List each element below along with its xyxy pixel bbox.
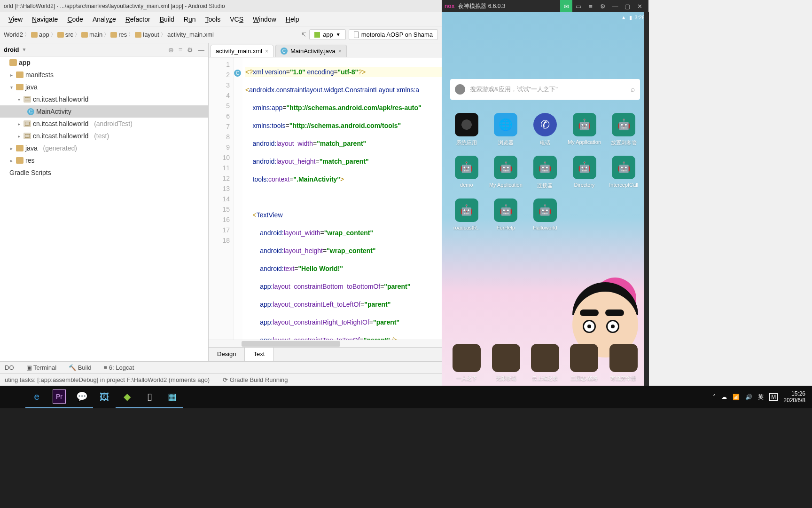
collapse-icon[interactable]: — [198,46,204,54]
dock-app[interactable]: 三国志·战略 [570,344,598,382]
system-tray[interactable]: ˄ ☁ 📶 🔊 英 M 15:262020/6/8 [713,390,809,404]
tray-clock[interactable]: 15:262020/6/8 [783,390,805,404]
menu-view[interactable]: View [4,16,27,23]
editor-tab-activity-main[interactable]: activity_main.xml× [211,45,273,57]
close-icon[interactable]: × [265,48,268,55]
device-selector[interactable]: motorola AOSP on Shama [349,29,438,40]
minimize-icon[interactable]: — [609,0,621,12]
line-gutter[interactable]: 123456789101112131415161718 [209,57,234,340]
tree-node-class-mainactivity[interactable]: CMainActivity [0,105,208,118]
taskbar-app-document[interactable]: ▯ [138,386,161,408]
app-shortcut[interactable]: 🌐浏览器 [488,113,524,146]
menu-help[interactable]: Help [281,16,304,23]
target-icon[interactable]: ⊕ [168,46,174,54]
todo-tool-button[interactable]: DO [5,364,14,371]
tree-node-package[interactable]: ▸cn.itcast.halloworld (test) [0,130,208,142]
menu-vcs[interactable]: VCS [225,16,248,23]
dock-app[interactable]: 无限歌谣 [492,344,520,382]
logcat-tool-button[interactable]: ≡ 6: Logcat [104,364,134,371]
tree-node-package[interactable]: ▾cn.itcast.halloworld [0,93,208,105]
home-search-bar[interactable]: 搜索游戏&应用，试试"一人之下" ⌕ [450,79,640,100]
close-icon[interactable]: ✕ [633,0,646,12]
emulator-sidebar[interactable] [644,12,649,386]
tree-node-manifests[interactable]: ▸manifests [0,69,208,81]
taskbar-app-nox[interactable]: ▦ [161,386,183,408]
taskbar-app-wechat[interactable]: 💬 [70,386,93,408]
gear-icon[interactable]: ⚙ [597,0,609,12]
design-tab[interactable]: Design [209,348,245,361]
dock-app[interactable]: 寄流芳华册 [609,344,638,382]
build-hammer-icon[interactable]: ↸ [301,31,306,38]
app-shortcut[interactable]: 放置刺客管 [605,113,642,146]
app-shortcut[interactable]: ForHelp [488,198,524,230]
tree-node-java[interactable]: ▾java [0,81,208,93]
app-shortcut[interactable]: My Application [488,156,524,189]
app-shortcut[interactable]: InterceptCall [605,156,642,189]
menu-run[interactable]: Run [179,16,201,23]
menu-analyze[interactable]: Analyze [88,16,121,23]
gear-icon[interactable]: ⚙ [187,46,193,54]
offscreen-area [0,408,812,508]
scrollbar-thumb[interactable] [242,341,340,347]
emulator-titlebar[interactable]: nox 夜神模拟器 6.6.0.3 ✉ ▭ ≡ ⚙ — ▢ ✕ [442,0,648,12]
chevron-down-icon[interactable]: ▼ [22,47,27,52]
taskbar-app-edge[interactable]: e [25,386,48,408]
menu-build[interactable]: Build [155,16,179,23]
dock-app[interactable]: 一人之下 [453,344,481,382]
tree-node-package[interactable]: ▸cn.itcast.halloworld (androidTest) [0,118,208,130]
multi-instance-icon[interactable]: ▭ [572,0,585,12]
code-area[interactable]: <?xml version="1.0" encoding="utf-8"?> <… [242,57,442,340]
filter-icon[interactable]: ≡ [179,46,182,54]
tray-cloud-icon[interactable]: ☁ [721,394,727,400]
fold-column[interactable]: C [234,57,242,340]
terminal-tool-button[interactable]: ▣ Terminal [26,364,57,371]
ide-titlebar[interactable]: orld [F:\HalloWorld2] - ...\app\src\main… [0,0,442,12]
app-shortcut[interactable]: My Application [566,113,603,146]
search-icon[interactable]: ⌕ [631,85,635,94]
class-gutter-icon[interactable]: C [234,70,241,77]
tray-input-icon[interactable]: M [769,393,778,401]
code-editor[interactable]: 123456789101112131415161718 C <?xml vers… [209,57,442,340]
editor-tabs: activity_main.xml× CMainActivity.java× [209,43,442,57]
cortana-button[interactable] [3,386,25,408]
tray-volume-icon[interactable]: 🔊 [745,394,752,400]
taskbar-app-photos[interactable]: 🖼 [93,386,116,408]
editor-tab-mainactivity[interactable]: CMainActivity.java× [275,45,347,57]
app-shortcut[interactable]: Halloworld [527,198,563,230]
menu-window[interactable]: Window [248,16,281,23]
run-config-selector[interactable]: app ▼ [309,29,346,40]
close-icon[interactable]: × [338,48,342,55]
menu-code[interactable]: Code [62,16,87,23]
app-shortcut[interactable]: ✆电话 [527,113,563,146]
app-shortcut[interactable]: 系统应用 [448,113,485,146]
ide-menubar: View Navigate Code Analyze Refactor Buil… [0,12,442,26]
tree-node-java-gen[interactable]: ▸java (generated) [0,142,208,154]
tree-node-app[interactable]: app [0,56,208,69]
maximize-icon[interactable]: ▢ [621,0,633,12]
tray-wifi-icon[interactable]: 📶 [733,394,740,400]
taskbar-app-premiere[interactable]: Pr [48,386,70,408]
project-tool-window: droid ▼ ⊕ ≡ ⚙ — app ▸manifests ▾java ▾cn… [0,43,209,361]
taskbar-app-android-studio[interactable]: ◆ [116,386,138,408]
emulator-screen[interactable]: ▲ ▮ 3:26 搜索游戏&应用，试试"一人之下" ⌕ 系统应用 🌐浏览器 ✆电… [442,12,648,386]
menu-icon[interactable]: ≡ [585,0,597,12]
breadcrumb[interactable]: World2〉 app〉 src〉 main〉 res〉 layout〉 act… [4,31,214,38]
menu-navigate[interactable]: Navigate [27,16,62,23]
tray-ime-indicator[interactable]: 英 [758,393,764,401]
editor-hscrollbar[interactable] [209,340,442,347]
menu-refactor[interactable]: Refactor [121,16,155,23]
ad-icon[interactable]: ✉ [560,0,572,12]
app-shortcut[interactable]: 连接器 [527,156,563,189]
app-shortcut[interactable]: demo [448,156,485,189]
tree-node-gradle-scripts[interactable]: Gradle Scripts [0,167,208,179]
tree-node-res[interactable]: ▸res [0,154,208,167]
project-tree[interactable]: app ▸manifests ▾java ▾cn.itcast.hallowor… [0,56,208,361]
dock-app[interactable]: 云上城之歌 [531,344,559,382]
text-tab[interactable]: Text [245,348,273,361]
project-panel-header[interactable]: droid ▼ ⊕ ≡ ⚙ — [0,43,208,56]
tray-chevron-icon[interactable]: ˄ [713,394,716,400]
menu-tools[interactable]: Tools [201,16,226,23]
app-shortcut[interactable]: roadcastR.. [448,198,485,230]
build-tool-button[interactable]: 🔨 Build [69,364,92,371]
app-shortcut[interactable]: Directory [566,156,603,189]
